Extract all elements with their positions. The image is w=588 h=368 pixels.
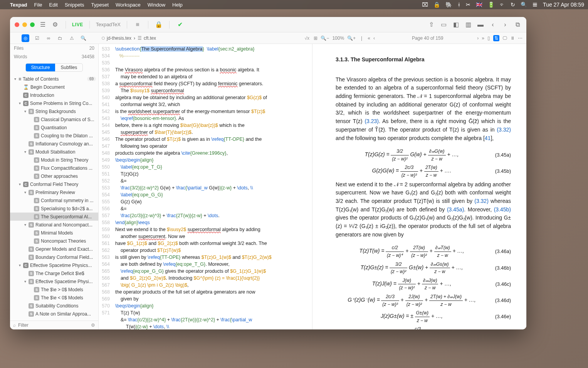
- outline-item[interactable]: SMinimal Models: [10, 229, 98, 237]
- lock-icon[interactable]: 🔒: [155, 20, 163, 29]
- code-line[interactable]: The Virasoro algebra of the previous sec…: [115, 66, 309, 80]
- layout-single-icon[interactable]: ▭: [439, 20, 448, 29]
- first-page-icon[interactable]: «: [368, 35, 370, 41]
- code-line[interactable]: is still given by \refeq{TT-OPE} whereas…: [115, 254, 309, 268]
- segment-subfiles[interactable]: Subfiles: [55, 64, 82, 71]
- outline-mode-icon[interactable]: ◎: [22, 34, 29, 42]
- pdf-preview[interactable]: 3.1.3. The Superconformal Algebra The Vi…: [312, 44, 526, 329]
- outline-item[interactable]: ▾SPreliminary Review: [10, 188, 98, 196]
- chevron-icon[interactable]: ▾: [23, 109, 27, 113]
- menu-help[interactable]: Help: [172, 2, 183, 8]
- source-editor[interactable]: 5335345355365375385395405415425435445455…: [99, 44, 312, 329]
- code-line[interactable]: \beqs\begin{align}: [115, 302, 309, 309]
- code-line[interactable]: [115, 59, 309, 66]
- code-line[interactable]: \label{eq:ope_T_G}: [115, 164, 309, 170]
- spotlight-icon[interactable]: 🔍: [521, 2, 527, 8]
- menu-typeset[interactable]: Typeset: [91, 2, 109, 8]
- code-area[interactable]: \subsection{The Superconformal Algebra} …: [112, 44, 312, 329]
- close-button[interactable]: [15, 22, 19, 27]
- filter-settings-icon[interactable]: ⚙: [91, 322, 95, 328]
- outline-item[interactable]: ⌛Begin Document: [10, 83, 98, 91]
- code-line[interactable]: \end{align}\eeqs: [115, 219, 309, 226]
- outline-item[interactable]: SSpecialising to $d=2$ a...: [10, 204, 98, 213]
- app-name[interactable]: Texpad: [10, 2, 27, 8]
- outline-item[interactable]: CIntroduction: [10, 91, 98, 99]
- outline-item[interactable]: ▾CSome Problems in String Co...: [10, 99, 98, 107]
- outline-item[interactable]: SThe $\e < 0$ Models: [10, 294, 98, 302]
- sliders-icon[interactable]: ≡: [133, 20, 142, 29]
- menu-window[interactable]: Window: [148, 2, 165, 8]
- formula-icon[interactable]: √x: [304, 35, 309, 41]
- input-flag-icon[interactable]: 🇬🇧: [476, 2, 482, 8]
- code-line[interactable]: T(z) T(w): [115, 309, 309, 316]
- layout-preview-icon[interactable]: ▬: [476, 20, 485, 29]
- outline-item[interactable]: SThe Charge Deficit $\e$: [10, 269, 98, 277]
- root-file-tab[interactable]: jd-thesis.tex: [102, 35, 131, 41]
- chevron-icon[interactable]: ▾: [23, 279, 27, 284]
- outline-item[interactable]: SInflationary Cosmology an...: [10, 140, 98, 148]
- dropbox-icon[interactable]: ⌧: [422, 2, 428, 8]
- outline-item[interactable]: SClassical Dynamics of S...: [10, 115, 98, 123]
- code-line[interactable]: algebra may be obtained by including an …: [115, 94, 309, 108]
- minimize-button[interactable]: [22, 22, 27, 27]
- pause-icon[interactable]: ⏸: [510, 35, 515, 41]
- outline-item[interactable]: ▾SRational and Noncompact...: [10, 221, 98, 229]
- zoom-in-icon[interactable]: 🔍+: [347, 35, 356, 41]
- display-icon[interactable]: 🖵: [502, 35, 507, 41]
- zoom-level[interactable]: 100%: [332, 35, 344, 41]
- zoom-button[interactable]: [30, 22, 35, 27]
- chevron-icon[interactable]: ▾: [18, 101, 22, 105]
- outline-item[interactable]: SGepner Models and Exact...: [10, 245, 98, 253]
- outline-item[interactable]: ▾SEffective Spacetime Physi...: [10, 277, 98, 285]
- layout-split-icon[interactable]: ◧: [452, 20, 460, 29]
- chevron-down-icon[interactable]: ▾: [13, 77, 17, 81]
- outline-tree[interactable]: ▾ ≡ Table of Contents 69 ⌛Begin Document…: [10, 73, 98, 321]
- settings-gear-icon[interactable]: ⚙: [51, 20, 59, 29]
- outline-item[interactable]: SQuantisation: [10, 123, 98, 132]
- code-line[interactable]: Next we extend it to the $\susy2$ superc…: [115, 226, 309, 240]
- check-icon[interactable]: ✔: [176, 20, 184, 29]
- checklist-icon[interactable]: ☑: [33, 34, 41, 42]
- code-line[interactable]: have $G_1(z)$ and $G_2(z)$ both with con…: [115, 240, 309, 254]
- outline-item[interactable]: SThe Superconformal Al...: [10, 213, 98, 221]
- code-line[interactable]: before, there is a right moving $\bar{G}…: [115, 122, 309, 136]
- outline-item[interactable]: ▾CEffective Spacetime Physics...: [10, 261, 98, 269]
- more-icon[interactable]: ⋯: [518, 35, 522, 41]
- evernote-icon[interactable]: 🐘: [445, 2, 452, 8]
- nav-forward-icon[interactable]: ›: [501, 20, 509, 29]
- outline-item[interactable]: ▾CConformal Field Theory: [10, 180, 98, 188]
- scissors-icon[interactable]: ✂: [466, 2, 470, 8]
- chevron-icon[interactable]: ▾: [23, 190, 27, 194]
- code-line[interactable]: a superconformal field theory (SCFT) by …: [115, 80, 309, 87]
- code-line[interactable]: products complete the algebra \cite{Gree…: [115, 150, 309, 157]
- eqref-link[interactable]: (3.45a): [447, 206, 464, 213]
- chevron-icon[interactable]: ▾: [23, 223, 27, 227]
- code-line[interactable]: &=: [115, 205, 309, 212]
- outline-item[interactable]: ▾SString Backgrounds: [10, 107, 98, 115]
- code-line[interactable]: G(z) G(w): [115, 198, 309, 205]
- infinity-icon[interactable]: ∞: [45, 34, 52, 42]
- code-line[interactable]: \frac{2c/3}{(z-w)^3} + \frac{2T(w)}{z-w}…: [115, 212, 309, 219]
- code-line[interactable]: \eqref{bosonic-em-tensor}. As: [115, 115, 309, 122]
- menu-workspace[interactable]: Workspace: [116, 2, 141, 8]
- last-page-icon[interactable]: »: [482, 35, 484, 41]
- page-mode-icon[interactable]: ▯: [487, 35, 490, 41]
- layout-three-icon[interactable]: ▥: [464, 20, 472, 29]
- typeset-engine-label[interactable]: TexpadTeX: [96, 22, 121, 27]
- control-center-icon[interactable]: 𝌆: [533, 2, 538, 8]
- outline-item[interactable]: ▾SModuli Stabilisation: [10, 148, 98, 156]
- code-line[interactable]: \subsection{The Superconformal Algebra} …: [115, 46, 309, 52]
- code-line[interactable]: %----------: [115, 52, 309, 59]
- segment-structure[interactable]: Structure: [26, 64, 55, 71]
- outline-item[interactable]: SConformal symmetry in ...: [10, 196, 98, 204]
- code-line[interactable]: \beqs\begin{align}: [115, 157, 309, 164]
- search-icon[interactable]: 🔍: [79, 34, 87, 42]
- outline-item[interactable]: SNoncompact Theories: [10, 237, 98, 245]
- next-page-icon[interactable]: ›: [477, 35, 479, 41]
- eqref-link[interactable]: (3.32): [497, 127, 511, 133]
- eqref-link[interactable]: (3.45b): [494, 206, 511, 213]
- menu-file[interactable]: File: [34, 2, 42, 8]
- outline-item[interactable]: SThe $\e > 0$ Models: [10, 285, 98, 294]
- zoom-out-icon[interactable]: 🔍−: [321, 35, 329, 41]
- outline-item[interactable]: SFlux Compactifications ...: [10, 164, 98, 172]
